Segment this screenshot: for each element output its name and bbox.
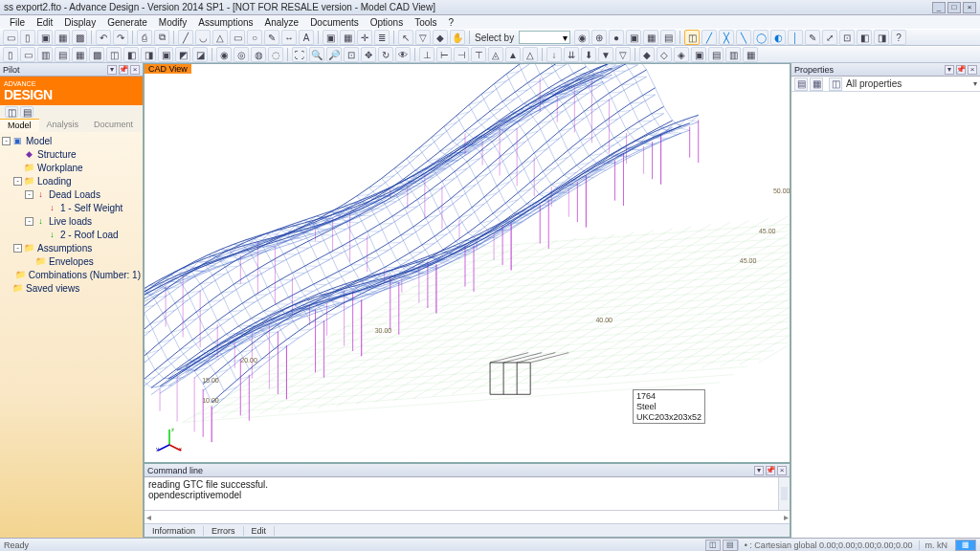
tb2-sup1-icon[interactable]: ⊥: [419, 47, 434, 62]
tool-line2-icon[interactable]: │: [788, 30, 803, 45]
tb2-p-icon[interactable]: ◌: [268, 47, 283, 62]
cad-view[interactable]: CAD View 10.0015.0020.0030.0040.0045.004…: [144, 63, 791, 463]
tb2-k-icon[interactable]: ◩: [175, 47, 190, 62]
tree-expander-icon[interactable]: -: [13, 177, 22, 186]
pilot-tool2-icon[interactable]: ▤: [20, 106, 33, 118]
tb2-m-icon[interactable]: ◉: [216, 47, 232, 62]
tool-open-icon[interactable]: ▣: [37, 30, 53, 45]
chevron-down-icon[interactable]: ▾: [973, 79, 977, 88]
tool-arc-icon[interactable]: ◡: [195, 30, 211, 45]
close-button[interactable]: ×: [963, 2, 976, 13]
tree-expander-icon[interactable]: -: [2, 137, 11, 145]
tool-layers-icon[interactable]: ≣: [374, 30, 390, 45]
tb2-o-icon[interactable]: ◍: [251, 47, 266, 62]
tb2-d-icon[interactable]: ▤: [55, 47, 70, 62]
menu-modify[interactable]: Modify: [153, 17, 192, 28]
tree-node[interactable]: -📁Loading: [2, 174, 141, 187]
tool-cube-icon[interactable]: ▣: [626, 30, 641, 45]
tool-diag1-icon[interactable]: ╱: [702, 30, 717, 45]
tool-select-arrow-icon[interactable]: ↖: [398, 30, 413, 45]
tree-node[interactable]: 📁Saved views: [2, 281, 141, 295]
maximize-button[interactable]: □: [947, 2, 961, 13]
tb2-res4-icon[interactable]: ▣: [691, 47, 706, 62]
select-by-dropdown[interactable]: ▾: [519, 31, 570, 44]
tool-diag2-icon[interactable]: ╳: [719, 30, 734, 45]
menu-help[interactable]: ?: [443, 17, 460, 28]
minimize-button[interactable]: _: [932, 2, 946, 13]
tb2-pan-icon[interactable]: ✥: [361, 47, 376, 62]
tool-copy-icon[interactable]: ⧉: [154, 30, 169, 45]
tab-document[interactable]: Document: [86, 119, 141, 132]
pilot-dropdown-icon[interactable]: ▾: [107, 65, 117, 75]
tb2-zoom-win-icon[interactable]: ⊡: [344, 47, 359, 62]
tb2-n-icon[interactable]: ◎: [234, 47, 249, 62]
tool-print-icon[interactable]: ⎙: [137, 30, 152, 45]
status-snap-icon[interactable]: ▦: [955, 540, 976, 551]
tool-text-icon[interactable]: A: [299, 30, 314, 45]
tb2-i-icon[interactable]: ◨: [141, 47, 156, 62]
menu-assumptions[interactable]: Assumptions: [192, 17, 258, 28]
tree-expander-icon[interactable]: -: [25, 217, 33, 226]
tool-earth-icon[interactable]: ●: [609, 30, 624, 45]
tool-hide-icon[interactable]: ⊡: [839, 30, 855, 45]
tb2-zoom-out-icon[interactable]: 🔎: [326, 47, 342, 62]
menu-file[interactable]: File: [4, 17, 31, 28]
tb2-l-icon[interactable]: ◪: [192, 47, 208, 62]
tree-node[interactable]: ↓2 - Roof Load: [2, 228, 141, 241]
menu-edit[interactable]: Edit: [31, 17, 58, 28]
tool-new2-icon[interactable]: ▯: [20, 30, 35, 45]
tab-analysis[interactable]: Analysis: [39, 119, 87, 132]
tb2-sup5-icon[interactable]: ◬: [488, 47, 503, 62]
tool-filter-icon[interactable]: ▽: [415, 30, 431, 45]
tb2-g-icon[interactable]: ◫: [106, 47, 122, 62]
tb2-res6-icon[interactable]: ▥: [725, 47, 741, 62]
pilot-pin-icon[interactable]: 📌: [119, 65, 128, 75]
tool-circle-icon[interactable]: ○: [247, 30, 262, 45]
tb2-h-icon[interactable]: ◧: [123, 47, 139, 62]
tool-rect-icon[interactable]: ▭: [230, 30, 245, 45]
tree-node[interactable]: -↓Dead Loads: [2, 187, 141, 201]
tb2-sup4-icon[interactable]: ⊤: [471, 47, 486, 62]
tool-half-icon[interactable]: ◐: [770, 30, 786, 45]
tree-node[interactable]: ↓1 - Self Weight: [2, 201, 141, 214]
prop-tool3-icon[interactable]: ◫: [829, 77, 842, 91]
tb2-ld2-icon[interactable]: ⇊: [564, 47, 579, 62]
tb2-ld4-icon[interactable]: ▼: [598, 47, 613, 62]
pilot-close-icon[interactable]: ×: [130, 65, 140, 75]
command-dropdown-icon[interactable]: ▾: [754, 466, 764, 475]
tb2-b-icon[interactable]: ▭: [20, 47, 35, 62]
tool-pick-icon[interactable]: ◆: [433, 30, 448, 45]
properties-selector[interactable]: All properties: [844, 78, 973, 89]
status-tool2-icon[interactable]: ▤: [723, 540, 738, 551]
tree-node[interactable]: ◆Structure: [2, 147, 141, 161]
tool-help-icon[interactable]: ?: [891, 30, 906, 45]
command-pin-icon[interactable]: 📌: [766, 466, 775, 475]
menu-documents[interactable]: Documents: [304, 17, 365, 28]
tree-node[interactable]: -📁Assumptions: [2, 241, 141, 254]
menu-generate[interactable]: Generate: [101, 17, 153, 28]
tb2-res3-icon[interactable]: ◈: [674, 47, 689, 62]
command-close-icon[interactable]: ×: [777, 466, 787, 475]
tree-node[interactable]: 📁Combinations (Number: 1): [2, 268, 141, 281]
menu-tools[interactable]: Tools: [409, 17, 442, 28]
tb2-sup6-icon[interactable]: ▲: [505, 47, 521, 62]
tool-line-icon[interactable]: ╱: [178, 30, 193, 45]
tb2-sup2-icon[interactable]: ⊢: [436, 47, 452, 62]
tool-box3d-icon[interactable]: ▣: [323, 30, 338, 45]
tb2-zoom-in-icon[interactable]: 🔍: [309, 47, 324, 62]
tb2-view-icon[interactable]: 👁: [395, 47, 411, 62]
tb2-res1-icon[interactable]: ◆: [639, 47, 655, 62]
tool-cube2-icon[interactable]: ▦: [643, 30, 658, 45]
prop-tool1-icon[interactable]: ▤: [794, 77, 808, 91]
tree-expander-icon[interactable]: -: [25, 190, 33, 199]
pilot-tool1-icon[interactable]: ◫: [5, 106, 18, 118]
tb2-e-icon[interactable]: ▦: [72, 47, 87, 62]
tb2-sup3-icon[interactable]: ⊣: [454, 47, 469, 62]
tool-new-icon[interactable]: ▭: [3, 30, 18, 45]
cmdtab-errors[interactable]: Errors: [204, 526, 244, 536]
tool-sphere-icon[interactable]: ◉: [574, 30, 590, 45]
tool-edit2-icon[interactable]: ✎: [805, 30, 820, 45]
tb2-res5-icon[interactable]: ▤: [708, 47, 724, 62]
tool-grid-icon[interactable]: ▦: [340, 30, 355, 45]
menu-analyze[interactable]: Analyze: [259, 17, 305, 28]
